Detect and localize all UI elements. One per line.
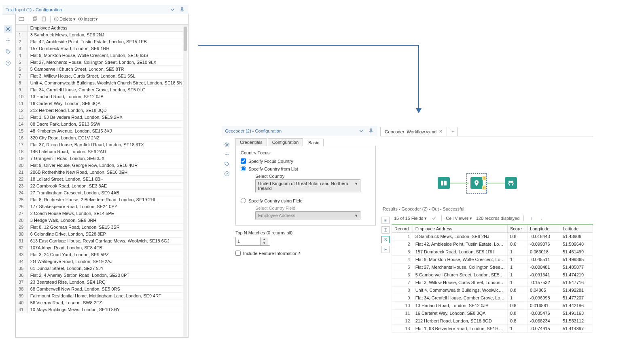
cell-latitude[interactable]: 51.547716 — [560, 279, 593, 287]
cell-address[interactable]: Unit 4, Commonwealth Buildings, Woolwich… — [28, 80, 188, 86]
cell-longitude[interactable]: -0.074915 — [527, 325, 560, 333]
table-row[interactable]: 17Flat 37, Rixon House, Barnfield Road, … — [16, 141, 188, 148]
table-row[interactable]: 20Flat 9, Oliver House, George Row, Lond… — [16, 162, 188, 169]
cell-latitude[interactable]: 51.43906 — [560, 233, 593, 240]
table-row[interactable]: 3157 Dumbreck Road, London, SE9 1RH — [16, 45, 188, 52]
table-row[interactable]: 1488 Dacre Park, London, SE13 5SW — [16, 121, 188, 128]
cell-address[interactable]: 13 Harland Road, London, SE12 0JB — [28, 93, 188, 100]
table-row[interactable]: 1116 Carteret Way, London, SE8 3QA0.8-0.… — [392, 310, 593, 317]
gear-icon[interactable] — [4, 25, 12, 33]
sigma-icon[interactable]: Σ — [381, 226, 390, 234]
col-latitude[interactable]: Latitude — [560, 225, 593, 233]
cell-longitude[interactable]: -0.018443 — [527, 233, 560, 240]
results-table[interactable]: Record Employee Address Score Longitude … — [392, 225, 593, 333]
paste-icon[interactable] — [40, 16, 47, 22]
cell-address[interactable]: 6 Celandine Drive, London, SE28 8EP — [28, 231, 188, 238]
table-row[interactable]: 4056 Viceroy Road, London, SW8 2EZ — [16, 299, 188, 306]
cell-address[interactable]: 5 Camberwell Church Street, London, SE5 … — [28, 66, 188, 73]
spin-down-icon[interactable]: ▾ — [261, 241, 268, 245]
cell-address[interactable]: 2 Coach House Mews, London, SE14 5PE — [28, 210, 188, 217]
cell-address[interactable]: 177 Shakespeare Road, London, SE24 0PY — [28, 203, 188, 210]
table-row[interactable]: 8Unit 4, Commonwealth Buildings, Woolwic… — [392, 287, 593, 294]
cell-latitude[interactable]: 51.461499 — [560, 248, 593, 256]
table-row[interactable]: 18146 Laleham Road, London, SE6 2AD — [16, 148, 188, 155]
table-row[interactable]: 2427 Framlingham Crescent, London, SE9 4… — [16, 190, 188, 196]
cell-address[interactable]: 320 City Road, London, EC1V 2NZ — [28, 135, 188, 141]
table-row[interactable]: 1116 Carteret Way, London, SE8 3QA — [16, 100, 188, 107]
cell-score[interactable]: 0.8 — [508, 310, 527, 317]
table-row[interactable]: 197 Grangemill Road, London, SE6 3JX — [16, 155, 188, 162]
cell-address[interactable]: 157 Dumbreck Road, London, SE9 1RH — [28, 45, 188, 52]
table-row[interactable]: 16320 City Road, London, EC1V 2NZ — [16, 135, 188, 141]
cell-address[interactable]: 16 Carteret Way, London, SE8 3QA — [413, 310, 507, 317]
tab-configuration[interactable]: Configuration — [268, 138, 303, 146]
cell-longitude[interactable]: -0.000481 — [527, 263, 560, 271]
tool-geocoder[interactable] — [470, 177, 483, 189]
f-out-icon[interactable]: F — [381, 246, 390, 253]
cell-longitude[interactable]: 0.04865 — [527, 287, 560, 294]
table-row[interactable]: 1548 Kimberley Avenue, London, SE15 3XJ — [16, 128, 188, 135]
radio-from-list[interactable]: Specify Country from List — [241, 166, 371, 171]
cell-score[interactable]: 1 — [508, 325, 527, 333]
cell-address[interactable]: Fairmount Residential Home, Mottingham L… — [28, 293, 188, 299]
input-grid[interactable]: Employee Address 13 Sambruck Mews, Londo… — [16, 24, 188, 337]
cell-latitude[interactable]: 51.583112 — [560, 317, 593, 325]
table-row[interactable]: 3561 Dunbar Street, London, SE27 9JY — [16, 265, 188, 272]
table-row[interactable]: 4Flat 9, Monkton House, Wolfe Crescent, … — [16, 52, 188, 59]
scrollbar-thumb[interactable] — [184, 27, 187, 51]
cell-address[interactable]: 68 Camberwell New Road, London, SE5 0RS — [28, 286, 188, 293]
cell-address[interactable]: Flat 3, Willow House, Curtis Street, Lon… — [28, 73, 188, 80]
cell-address[interactable]: 3 Sambruck Mews, London, SE6 2NJ — [28, 32, 188, 38]
cell-address[interactable]: Flat 27, Merchants House, Collington Str… — [413, 263, 507, 271]
table-row[interactable]: 5Flat 27, Merchants House, Collington St… — [392, 263, 593, 271]
cell-address[interactable]: Flat 9, Oliver House, George Row, London… — [28, 162, 188, 169]
table-row[interactable]: 1013 Harland Road, London, SE12 0JB — [16, 93, 188, 100]
cell-address[interactable]: 212 Herbert Road, London, SE18 3QD — [413, 317, 507, 325]
chevron-down-icon[interactable] — [169, 6, 176, 13]
cell-address[interactable]: Flat 37, Rixon House, Barnfield Road, Lo… — [28, 141, 188, 148]
table-row[interactable]: 342G Waldegrave Road, London, SE19 2AJ — [16, 258, 188, 265]
check-icon[interactable] — [431, 215, 437, 221]
col-address[interactable]: Employee Address — [413, 225, 507, 233]
table-row[interactable]: 3868 Camberwell New Road, London, SE5 0R… — [16, 286, 188, 293]
table-row[interactable]: 65 Camberwell Church Street, London, SE5… — [16, 66, 188, 73]
cell-address[interactable]: Flat 34, Grenfell House, Comber Grove, L… — [28, 86, 188, 93]
cell-address[interactable]: Flat 9, Monkton House, Wolfe Crescent, L… — [28, 52, 188, 59]
table-row[interactable]: 25Flat 8, Rochester House, 2 Belvedere R… — [16, 196, 188, 203]
pin-icon[interactable] — [179, 6, 185, 13]
table-row[interactable]: 2Flat 42, Ambleside Point, Tustin Estate… — [392, 240, 593, 248]
table-row[interactable]: 7Flat 3, Willow House, Curtis Street, Lo… — [392, 279, 593, 287]
table-row[interactable]: 12212 Herbert Road, London, SE18 3QD — [16, 107, 188, 114]
nav-dot-icon[interactable] — [224, 151, 230, 158]
table-row[interactable]: 9Flat 34, Grenfell House, Comber Grove, … — [16, 86, 188, 93]
table-row[interactable]: 8Unit 4, Commonwealth Buildings, Woolwic… — [16, 80, 188, 86]
cell-address[interactable]: 7 Grangemill Road, London, SE6 3JX — [28, 155, 188, 162]
cell-address[interactable]: 88 Dacre Park, London, SE13 5SW — [28, 121, 188, 128]
cell-address[interactable]: Unit 4, Commonwealth Buildings, Woolwich… — [413, 287, 507, 294]
cell-address[interactable]: Flat 8, 12 Godman Road, London, SE15 3SR — [28, 224, 188, 231]
cell-address[interactable]: Flat 3, Willow House, Curtis Street, Lon… — [413, 279, 507, 287]
cell-address[interactable]: 5 Camberwell Church Street, London, SE5 … — [413, 271, 507, 279]
cell-address[interactable]: 13 Harland Road, London, SE12 0JB — [413, 302, 507, 310]
spin-up-icon[interactable]: ▴ — [261, 237, 268, 241]
col-record[interactable]: Record — [392, 225, 413, 233]
cell-score[interactable]: 1 — [508, 256, 527, 263]
select-country[interactable]: United Kingdom of Great Britain and Nort… — [255, 179, 360, 192]
table-row[interactable]: 33Flat 3, 24 Court Yard, London, SE9 5PZ — [16, 251, 188, 258]
cell-address[interactable]: 3 Hedge Walk, London, SE6 3RH — [28, 217, 188, 224]
table-row[interactable]: 39Fairmount Residential Home, Mottingham… — [16, 293, 188, 299]
table-row[interactable]: 36Flat 2, 4 Anerley Station Road, London… — [16, 272, 188, 279]
cell-latitude[interactable]: 51.477207 — [560, 294, 593, 302]
table-row[interactable]: 13Flat 1, 93 Belvedere Road, London, SE1… — [392, 325, 593, 333]
cell-address[interactable]: 22 Carnbrook Road, London, SE3 8AE — [28, 183, 188, 190]
cell-address[interactable]: Flat 1, 93 Belvedere Road, London, SE19 … — [413, 325, 507, 333]
cell-score[interactable]: 1 — [508, 294, 527, 302]
tool-text-input[interactable] — [438, 177, 450, 189]
cell-address[interactable]: 23 Bearstead Rise, London, SE4 1RQ — [28, 279, 188, 286]
cell-longitude[interactable]: 0.066018 — [527, 248, 560, 256]
cell-latitude[interactable]: 51.474219 — [560, 271, 593, 279]
tool-browse[interactable] — [505, 177, 517, 189]
help-icon[interactable]: ? — [224, 171, 230, 177]
table-row[interactable]: 13 Sambruck Mews, London, SE6 2NJ — [16, 32, 188, 38]
table-row[interactable]: 1013 Harland Road, London, SE12 0JB0.80.… — [392, 302, 593, 310]
